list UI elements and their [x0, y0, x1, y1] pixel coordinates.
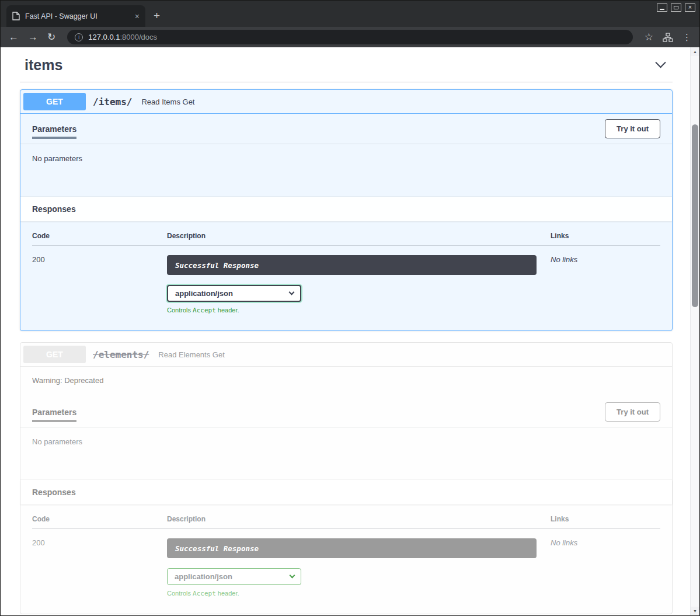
- responses-title: Responses: [20, 480, 672, 504]
- tag-section-header[interactable]: items: [20, 52, 673, 82]
- tab-bar: Fast API - Swagger UI × + ×: [1, 1, 699, 27]
- maximize-button[interactable]: [671, 4, 681, 12]
- code-column-header: Code: [32, 232, 167, 246]
- links-column-header: Links: [551, 232, 660, 246]
- forward-button[interactable]: →: [28, 32, 38, 42]
- operation-description: Read Items Get: [141, 98, 194, 106]
- responses-title: Responses: [20, 197, 672, 221]
- parameters-tab[interactable]: Parameters: [32, 124, 76, 134]
- browser-tab[interactable]: Fast API - Swagger UI ×: [6, 5, 145, 27]
- chevron-down-icon: [290, 573, 295, 579]
- navigation-bar: ← → ↻ i 127.0.0.1:8000/docs ☆ ⋮: [1, 27, 699, 47]
- response-description-cell: Successful Response application/json Con…: [167, 246, 551, 314]
- scrollbar[interactable]: ▲ ▼: [690, 47, 699, 615]
- parameters-tab[interactable]: Parameters: [32, 408, 76, 417]
- window-controls: ×: [657, 4, 695, 12]
- operation-path: /items/: [93, 96, 132, 107]
- operation-path: /elements/: [93, 349, 149, 360]
- page-viewport: items GET /items/ Read Items Get Paramet…: [1, 47, 699, 615]
- response-code: 200: [32, 246, 167, 314]
- address-bar[interactable]: i 127.0.0.1:8000/docs: [67, 30, 633, 44]
- media-type-value: application/json: [175, 289, 233, 298]
- responses-table: Code Description Links 200 Successful Re…: [32, 232, 660, 314]
- response-description-cell: Successful Response application/json Con…: [167, 529, 551, 597]
- maximize-glyph: [674, 6, 678, 9]
- bookmark-star-icon[interactable]: ☆: [645, 32, 653, 42]
- method-badge: GET: [23, 346, 86, 363]
- scroll-down-icon[interactable]: ▼: [691, 607, 699, 615]
- no-parameters-text: No parameters: [32, 437, 82, 446]
- sitemap-icon[interactable]: [663, 33, 673, 42]
- response-description: Successful Response: [167, 538, 537, 558]
- response-links: No links: [551, 246, 660, 314]
- parameters-body: No parameters: [20, 427, 672, 480]
- chevron-down-icon: [289, 290, 295, 295]
- description-column-header: Description: [167, 232, 551, 246]
- code-column-header: Code: [32, 515, 167, 529]
- controls-accept-note: Controls Accept header.: [167, 307, 551, 314]
- close-button[interactable]: ×: [685, 4, 695, 12]
- try-it-out-button[interactable]: Try it out: [605, 402, 660, 422]
- operation-description: Read Elements Get: [158, 350, 224, 359]
- minimize-button[interactable]: [657, 4, 667, 12]
- media-type-select[interactable]: application/json: [167, 568, 301, 585]
- responses-body: Code Description Links 200 Successful Re…: [20, 504, 672, 614]
- response-links: No links: [551, 529, 660, 597]
- minimize-glyph: [660, 9, 664, 10]
- media-type-value: application/json: [175, 572, 232, 581]
- operation-summary[interactable]: GET /items/ Read Items Get: [20, 90, 672, 114]
- description-column-header: Description: [167, 515, 551, 529]
- operation-summary[interactable]: GET /elements/ Read Elements Get: [20, 343, 672, 367]
- controls-accept-note: Controls Accept header.: [167, 590, 551, 597]
- parameters-body: No parameters: [20, 144, 672, 197]
- responses-body: Code Description Links 200 Successful Re…: [20, 221, 672, 330]
- parameters-header-row: Parameters Try it out: [20, 114, 672, 144]
- opblock-get-elements-deprecated: GET /elements/ Read Elements Get Warning…: [20, 342, 673, 614]
- url-path: :8000/docs: [120, 33, 157, 41]
- response-description: Successful Response: [167, 255, 537, 275]
- media-type-select[interactable]: application/json: [167, 285, 301, 302]
- new-tab-button[interactable]: +: [154, 9, 160, 22]
- menu-icon[interactable]: ⋮: [682, 33, 691, 41]
- deprecated-warning: Warning: Deprecated: [20, 367, 672, 397]
- scrollbar-thumb[interactable]: [692, 124, 698, 307]
- parameters-header-row: Parameters Try it out: [20, 397, 672, 427]
- scrollbar-track[interactable]: [691, 56, 699, 607]
- tab-title: Fast API - Swagger UI: [25, 12, 130, 20]
- reload-button[interactable]: ↻: [47, 32, 55, 42]
- chevron-down-icon[interactable]: [655, 57, 666, 68]
- document-icon: [12, 12, 20, 20]
- swagger-ui-content: items GET /items/ Read Items Get Paramet…: [1, 47, 690, 615]
- method-badge: GET: [23, 93, 86, 110]
- scroll-up-icon[interactable]: ▲: [691, 47, 699, 56]
- no-parameters-text: No parameters: [32, 154, 82, 163]
- site-info-icon[interactable]: i: [75, 33, 83, 41]
- opblock-get-items: GET /items/ Read Items Get Parameters Tr…: [20, 89, 673, 331]
- section-title: items: [25, 57, 62, 74]
- response-code: 200: [32, 529, 167, 597]
- back-button[interactable]: ←: [9, 32, 19, 42]
- url-text: 127.0.0.1:8000/docs: [88, 33, 157, 41]
- browser-window: Fast API - Swagger UI × + × ← → ↻ i 127.…: [0, 0, 700, 616]
- responses-table: Code Description Links 200 Successful Re…: [32, 515, 660, 597]
- tab-close-icon[interactable]: ×: [135, 12, 140, 21]
- links-column-header: Links: [551, 515, 660, 529]
- url-host: 127.0.0.1: [88, 33, 120, 41]
- try-it-out-button[interactable]: Try it out: [605, 119, 660, 138]
